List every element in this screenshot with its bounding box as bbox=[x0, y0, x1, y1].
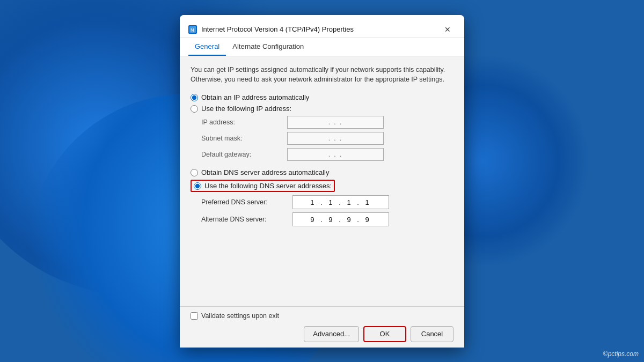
title-bar: N Internet Protocol Version 4 (TCP/IPv4)… bbox=[180, 15, 464, 38]
manual-ip-radio[interactable] bbox=[191, 105, 198, 113]
subnet-mask-row: Subnet mask: . . . bbox=[201, 132, 453, 145]
bottom-section: Validate settings upon exit Advanced... … bbox=[180, 306, 464, 348]
default-gateway-label: Default gateway: bbox=[201, 151, 287, 158]
ok-button[interactable]: OK bbox=[363, 326, 406, 342]
validate-label: Validate settings upon exit bbox=[201, 312, 279, 320]
validate-checkbox[interactable] bbox=[191, 312, 198, 320]
subnet-mask-input[interactable]: . . . bbox=[287, 132, 384, 145]
tab-general[interactable]: General bbox=[188, 38, 226, 56]
dns-section: Obtain DNS server address automatically … bbox=[191, 168, 453, 226]
subnet-mask-label: Subnet mask: bbox=[201, 135, 287, 142]
preferred-dns-row: Preferred DNS server: 1 . 1 . 1 . 1 bbox=[201, 195, 453, 209]
dialog-window: N Internet Protocol Version 4 (TCP/IPv4)… bbox=[180, 15, 464, 348]
watermark: ©pctips.com bbox=[603, 350, 639, 358]
ip-address-label: IP address: bbox=[201, 119, 287, 126]
close-button[interactable]: ✕ bbox=[440, 21, 456, 38]
auto-ip-radio[interactable] bbox=[191, 94, 198, 101]
default-gateway-input[interactable]: . . . bbox=[287, 148, 384, 161]
ip-address-input[interactable]: . . . bbox=[287, 116, 384, 129]
default-gateway-row: Default gateway: . . . bbox=[201, 148, 453, 161]
svg-text:N: N bbox=[191, 27, 194, 33]
alternate-dns-row: Alternate DNS server: 9 . 9 . 9 . 9 bbox=[201, 212, 453, 226]
description-text: You can get IP settings assigned automat… bbox=[191, 65, 453, 85]
manual-dns-label: Use the following DNS server addresses: bbox=[204, 182, 332, 190]
auto-ip-label: Obtain an IP address automatically bbox=[201, 93, 309, 101]
ip-fields-section: IP address: . . . Subnet mask: . . . Def… bbox=[201, 116, 453, 161]
dialog-icon: N bbox=[188, 25, 197, 34]
dns-fields-section: Preferred DNS server: 1 . 1 . 1 . 1 Alte… bbox=[201, 195, 453, 226]
auto-dns-radio[interactable] bbox=[191, 169, 198, 176]
tab-alternate-config[interactable]: Alternate Configuration bbox=[226, 38, 310, 56]
validate-row: Validate settings upon exit bbox=[191, 312, 453, 320]
ip-address-section: Obtain an IP address automatically Use t… bbox=[191, 93, 453, 161]
preferred-dns-input[interactable]: 1 . 1 . 1 . 1 bbox=[292, 195, 389, 209]
cancel-button[interactable]: Cancel bbox=[411, 326, 453, 342]
preferred-dns-label: Preferred DNS server: bbox=[201, 198, 292, 206]
auto-dns-row: Obtain DNS server address automatically bbox=[191, 168, 453, 176]
auto-dns-label: Obtain DNS server address automatically bbox=[201, 168, 329, 176]
manual-ip-label: Use the following IP address: bbox=[201, 105, 291, 113]
manual-dns-highlighted-row: Use the following DNS server addresses: bbox=[191, 180, 335, 192]
advanced-button[interactable]: Advanced... bbox=[304, 326, 359, 342]
ip-address-row: IP address: . . . bbox=[201, 116, 453, 129]
dialog-title: Internet Protocol Version 4 (TCP/IPv4) P… bbox=[201, 25, 354, 33]
alternate-dns-input[interactable]: 9 . 9 . 9 . 9 bbox=[292, 212, 389, 226]
button-row: Advanced... OK Cancel bbox=[191, 326, 453, 342]
manual-ip-row: Use the following IP address: bbox=[191, 105, 453, 113]
manual-dns-radio[interactable] bbox=[194, 182, 201, 190]
alternate-dns-label: Alternate DNS server: bbox=[201, 216, 292, 223]
dialog-content: You can get IP settings assigned automat… bbox=[180, 56, 464, 306]
auto-ip-row: Obtain an IP address automatically bbox=[191, 93, 453, 101]
tab-bar: General Alternate Configuration bbox=[180, 38, 464, 56]
